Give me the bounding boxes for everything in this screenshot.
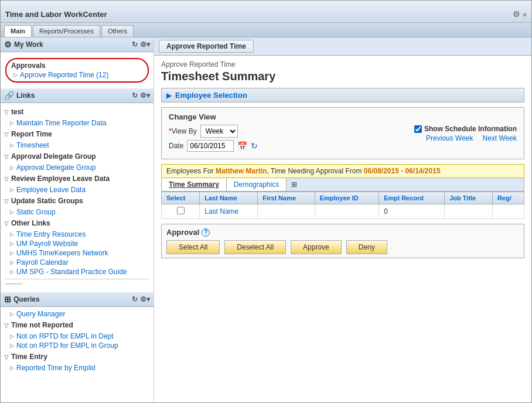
time-not-reported-triangle[interactable]: ▽ xyxy=(4,322,9,329)
deselect-all-button[interactable]: Deselect All xyxy=(224,240,286,254)
extra-tab-icon[interactable]: ⊞ xyxy=(287,178,302,191)
um-payroll-item[interactable]: UM Payroll Website xyxy=(1,239,154,248)
tab-reports[interactable]: Reports/Processes xyxy=(33,25,100,37)
test-triangle[interactable]: ▽ xyxy=(4,109,9,115)
test-group-title: test xyxy=(10,106,25,118)
last-name-link[interactable]: Last Name xyxy=(204,207,238,216)
col-last-name: Last Name xyxy=(200,192,258,204)
other-links-triangle[interactable]: ▽ xyxy=(4,220,9,227)
queries-refresh[interactable]: ↻ xyxy=(132,295,138,303)
my-work-settings[interactable]: ⚙▾ xyxy=(140,40,150,49)
queries-label: Queries xyxy=(13,295,40,303)
table-header-row: Select Last Name First Name Employee ID … xyxy=(162,192,524,204)
approval-label: Approval xyxy=(166,228,199,237)
reported-time-emplid-item[interactable]: Reported Time by Emplid xyxy=(1,363,154,373)
other-links-title: Other Links xyxy=(10,217,52,229)
col-reg: Reg/ xyxy=(493,192,524,204)
queries-actions: ↻ ⚙▾ xyxy=(132,295,150,303)
approval-help-icon[interactable]: ? xyxy=(202,228,210,237)
employee-name: Matthew Martin xyxy=(216,167,267,175)
report-time-triangle[interactable]: ▽ xyxy=(4,131,9,138)
date-input[interactable] xyxy=(187,140,234,152)
dotted-divider-1: ········· xyxy=(5,279,149,288)
date-row: Date 📅 ↻ xyxy=(169,140,258,152)
view-by-select[interactable]: Week Day Month xyxy=(200,125,238,138)
deny-button[interactable]: Deny xyxy=(346,240,387,254)
review-leave-triangle[interactable]: ▽ xyxy=(4,176,9,182)
static-group-item[interactable]: Static Group xyxy=(1,207,154,217)
approval-section: Approval ? Select All Deselect All Appro… xyxy=(161,224,524,258)
links-settings[interactable]: ⚙▾ xyxy=(140,91,150,100)
show-schedule-checkbox[interactable] xyxy=(414,125,422,133)
um-spg-item[interactable]: UM SPG - Standard Practice Guide xyxy=(1,267,154,276)
static-groups-triangle[interactable]: ▽ xyxy=(4,198,9,204)
sidebar: ⚙ My Work ↻ ⚙▾ Approvals Approve Reporte… xyxy=(1,37,154,402)
page-tab-bar: Approve Reported Time xyxy=(154,37,531,56)
next-week-link[interactable]: Next Week xyxy=(483,134,517,142)
queries-section-header: ⊞ Queries ↻ ⚙▾ xyxy=(1,292,154,307)
row-employee-id xyxy=(315,204,379,219)
other-links-row: ▽ Other Links xyxy=(1,217,154,230)
time-entry-title: Time Entry xyxy=(10,351,49,363)
col-select: Select xyxy=(162,192,200,204)
content-area: Approve Reported Time Approve Reported T… xyxy=(154,37,531,402)
timesheet-item[interactable]: Timesheet xyxy=(1,141,154,150)
row-select-cell xyxy=(162,204,200,219)
time-entry-row: ▽ Time Entry xyxy=(1,350,154,363)
queries-content: Query Manager ▽ Time not Reported Not on… xyxy=(1,307,154,375)
row-empl-record: 0 xyxy=(379,204,445,219)
not-rptd-group-item[interactable]: Not on RPTD for EMPL in Group xyxy=(1,341,154,350)
tab-main[interactable]: Main xyxy=(4,25,32,37)
tab-others[interactable]: Others xyxy=(101,25,134,37)
app-container: Time and Labor WorkCenter ⚙ « Main Repor… xyxy=(0,0,532,403)
row-checkbox[interactable] xyxy=(177,207,185,214)
collapse-icon[interactable]: « xyxy=(523,11,527,22)
approval-delegate-item[interactable]: Approval Delegate Group xyxy=(1,163,154,172)
not-rptd-dept-item[interactable]: Not on RPTD for EMPL in Dept xyxy=(1,332,154,341)
select-all-button[interactable]: Select All xyxy=(166,240,220,254)
page-subtitle: Approve Reported Time xyxy=(161,60,524,69)
mywork-icon: ⚙ xyxy=(4,40,12,49)
col-empl-record: Empl Record xyxy=(379,192,445,204)
calendar-icon[interactable]: 📅 xyxy=(237,141,247,151)
employee-selection-triangle: ▶ xyxy=(166,91,172,100)
sidebar-links-content: ▽ test Maintain Time Reporter Data ▽ Rep… xyxy=(1,103,154,292)
col-employee-id: Employee ID xyxy=(315,192,379,204)
approval-delegate-triangle[interactable]: ▽ xyxy=(4,153,9,160)
date-refresh-icon[interactable]: ↻ xyxy=(251,141,258,151)
app-header-title: Time and Labor WorkCenter xyxy=(5,10,513,22)
links-icon: 🔗 xyxy=(4,91,14,100)
prev-week-link[interactable]: Previous Week xyxy=(426,134,473,142)
time-not-reported-row: ▽ Time not Reported xyxy=(1,319,154,332)
approval-delegate-row: ▽ Approval Delegate Group xyxy=(1,150,154,163)
app-header: Time and Labor WorkCenter ⚙ « xyxy=(1,1,531,23)
time-summary-tab[interactable]: Time Summary xyxy=(162,178,227,191)
content-tabs: Time Summary Demographics ⊞ xyxy=(161,178,524,192)
static-groups-row: ▽ Update Static Groups xyxy=(1,194,154,207)
report-time-title: Report Time xyxy=(10,128,53,140)
approve-button[interactable]: Approve xyxy=(291,240,342,254)
content-inner: Approve Reported Time Timesheet Summary … xyxy=(154,56,531,263)
employee-selection-bar[interactable]: ▶ Employee Selection xyxy=(161,88,524,103)
query-manager-item[interactable]: Query Manager xyxy=(1,309,154,319)
approve-reported-time-tab[interactable]: Approve Reported Time xyxy=(159,40,254,53)
maintain-time-reporter[interactable]: Maintain Time Reporter Data xyxy=(1,118,154,128)
approve-reported-time-item[interactable]: Approve Reported Time (12) xyxy=(11,71,143,79)
review-leave-title: Review Employee Leave Data xyxy=(10,173,111,185)
payroll-calendar-item[interactable]: Payroll Calendar xyxy=(1,258,154,267)
demographics-tab[interactable]: Demographics xyxy=(227,178,287,191)
umhs-timekeepers-item[interactable]: UMHS TimeKeepers Network xyxy=(1,248,154,258)
right-controls: Show Schedule Information Previous Week … xyxy=(414,125,517,142)
show-schedule-row: Show Schedule Information xyxy=(414,125,517,133)
approval-title: Approval ? xyxy=(166,228,519,237)
employees-table: Select Last Name First Name Employee ID … xyxy=(161,192,524,219)
my-work-refresh[interactable]: ↻ xyxy=(132,40,138,49)
time-entry-resources-item[interactable]: Time Entry Resources xyxy=(1,230,154,239)
col-job-title: Job Title xyxy=(445,192,493,204)
time-entry-triangle[interactable]: ▽ xyxy=(4,354,9,360)
nav-tabs: Main Reports/Processes Others xyxy=(1,23,531,37)
queries-settings[interactable]: ⚙▾ xyxy=(140,295,150,303)
links-refresh[interactable]: ↻ xyxy=(132,91,138,100)
gear-icon[interactable]: ⚙ xyxy=(513,9,520,22)
employee-leave-data-item[interactable]: Employee Leave Data xyxy=(1,185,154,194)
